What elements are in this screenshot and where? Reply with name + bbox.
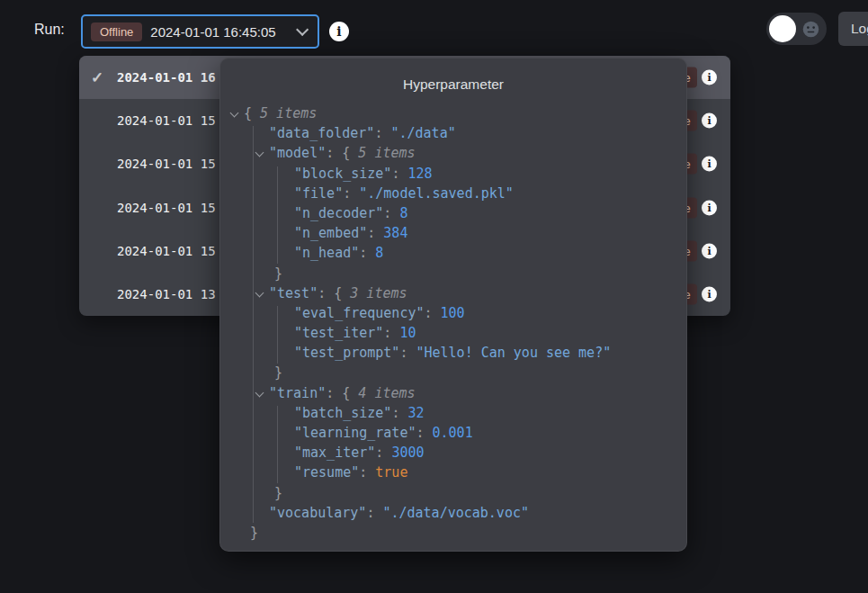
info-icon[interactable]: i bbox=[702, 113, 717, 129]
smiley-icon bbox=[801, 20, 820, 39]
json-line: "learning_rate": 0.001 bbox=[220, 423, 686, 443]
collapse-chevron-icon[interactable] bbox=[230, 109, 239, 118]
collapse-chevron-icon[interactable] bbox=[255, 288, 264, 297]
json-line: "model": { 5 items bbox=[220, 143, 686, 163]
run-selector-dropdown[interactable]: Offline 2024-01-01 16:45:05 bbox=[81, 14, 319, 49]
json-line: "batch_size": 32 bbox=[220, 403, 686, 423]
json-line: } bbox=[220, 523, 686, 543]
json-line: } bbox=[220, 264, 686, 283]
selected-run-value: 2024-01-01 16:45:05 bbox=[150, 24, 275, 40]
json-line: "vocabulary": "./data/vocab.voc" bbox=[220, 503, 686, 523]
run-item-label: 2024-01-01 15 bbox=[117, 201, 216, 215]
json-line: "n_decoder": 8 bbox=[220, 203, 686, 223]
json-line: "block_size": 128 bbox=[220, 164, 686, 184]
info-icon[interactable]: i bbox=[702, 70, 717, 85]
json-line: "file": "./model.saved.pkl" bbox=[220, 184, 686, 203]
toggle-knob bbox=[769, 15, 796, 42]
check-icon: ✓ bbox=[91, 68, 103, 87]
log-button[interactable]: Log bbox=[838, 12, 868, 46]
json-line: "test": { 3 items bbox=[220, 283, 686, 303]
json-line: "test_prompt": "Hello! Can you see me?" bbox=[220, 343, 686, 363]
run-label: Run: bbox=[34, 22, 65, 38]
run-item-label: 2024-01-01 15 bbox=[117, 157, 216, 171]
info-icon[interactable]: i bbox=[702, 200, 717, 215]
json-line: "eval_frequency": 100 bbox=[220, 303, 686, 323]
json-line: "n_embed": 384 bbox=[220, 223, 686, 243]
run-item-label: 2024-01-01 15 bbox=[117, 244, 216, 258]
popover-title: Hyperparameter bbox=[220, 76, 686, 93]
json-line: } bbox=[220, 483, 686, 503]
json-line: "data_folder": "./data" bbox=[220, 123, 686, 143]
json-line: "test_iter": 10 bbox=[220, 323, 686, 343]
json-line: "train": { 4 items bbox=[220, 383, 686, 403]
info-icon[interactable]: i bbox=[702, 243, 717, 258]
run-item-label: 2024-01-01 16 bbox=[117, 70, 216, 85]
json-line: "resume": true bbox=[220, 463, 686, 482]
run-info-icon[interactable]: i bbox=[329, 22, 349, 41]
chevron-down-icon bbox=[296, 23, 309, 36]
json-line: } bbox=[220, 363, 686, 382]
collapse-chevron-icon[interactable] bbox=[255, 148, 264, 157]
info-icon[interactable]: i bbox=[702, 286, 717, 301]
run-item-label: 2024-01-01 13 bbox=[117, 287, 216, 301]
json-tree: { 5 items"data_folder": "./data""model":… bbox=[220, 103, 686, 543]
info-icon[interactable]: i bbox=[702, 157, 717, 172]
status-badge: Offline bbox=[91, 22, 142, 41]
json-line: "max_iter": 3000 bbox=[220, 443, 686, 463]
json-line: "n_head": 8 bbox=[220, 243, 686, 263]
theme-toggle[interactable] bbox=[766, 13, 827, 45]
json-line: { 5 items bbox=[220, 103, 686, 123]
run-item-label: 2024-01-01 15 bbox=[117, 113, 216, 128]
hyperparameter-popover: Hyperparameter { 5 items"data_folder": "… bbox=[219, 58, 687, 552]
collapse-chevron-icon[interactable] bbox=[255, 388, 264, 397]
